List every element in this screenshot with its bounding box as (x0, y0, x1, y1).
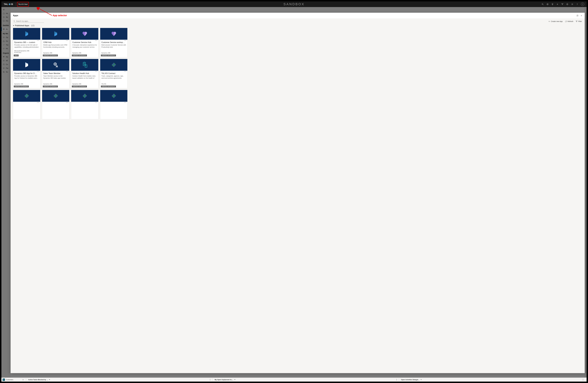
svg-marker-67 (112, 94, 114, 96)
card-menu-button[interactable]: ••• (42, 102, 69, 103)
refresh-button[interactable]: Refresh (565, 20, 573, 22)
app-card[interactable]: ••• (71, 90, 98, 119)
brand-logo: TAL IS (4, 3, 13, 5)
app-card[interactable]: •••CRM HubMobile app that provides core … (42, 28, 69, 57)
app-card[interactable]: •••Dynamics 365 App for O…Provides acces… (13, 59, 40, 88)
search-input[interactable] (16, 20, 44, 22)
app-selector[interactable]: TALXIS Start (18, 2, 28, 6)
popout-icon[interactable] (576, 15, 578, 17)
create-new-app-button[interactable]: Create new App (548, 20, 563, 22)
footer-view-item[interactable]: Open Activities Delegat… (401, 379, 583, 381)
funnel-icon[interactable] (561, 3, 564, 5)
annotation-label: App selector (53, 14, 67, 17)
card-description (13, 104, 40, 108)
top-navbar: TAL IS TALXIS Start SANDBOX # (1, 1, 587, 7)
card-publisher (13, 118, 40, 119)
card-menu-button[interactable]: ••• (13, 40, 40, 41)
card-hero (100, 59, 127, 71)
ellipsis-icon: ••• (95, 102, 97, 103)
card-menu-button[interactable]: ••• (71, 40, 98, 41)
kebab-icon[interactable] (583, 379, 583, 381)
card-menu-button[interactable]: ••• (13, 71, 40, 72)
app-card[interactable]: ••• (13, 90, 40, 119)
card-publisher: Dynamics 365 (13, 82, 40, 85)
apps-grid-scroll[interactable]: •••Dynamics 365 — customProvides access … (11, 28, 585, 373)
brand-post: IS (11, 3, 13, 5)
section-count: (12) (31, 24, 34, 27)
svg-marker-50 (27, 94, 29, 96)
footer-view-item[interactable]: My Open Unplanned Ac… (215, 379, 397, 381)
gear-icon[interactable] (571, 3, 573, 5)
card-menu-button[interactable]: ••• (71, 102, 98, 103)
refresh-icon (565, 20, 567, 22)
panel-title: Apps (13, 14, 18, 17)
app-card[interactable]: •••Customer Service worksp…Multi-session… (100, 28, 127, 57)
footer-view-item[interactable]: Active Tasks Blocked by … (28, 379, 210, 381)
app-card[interactable]: ••• (42, 90, 69, 119)
card-badge: UNIFIED INTERFACE (101, 55, 116, 57)
search-icon[interactable] (542, 3, 544, 5)
card-badge: UNIFIED INTERFACE (43, 55, 58, 57)
svg-marker-65 (114, 94, 116, 96)
chevron-down-icon (13, 25, 14, 26)
card-menu-button[interactable]: ••• (13, 102, 40, 103)
task-check-icon[interactable] (546, 3, 549, 5)
svg-rect-43 (85, 65, 87, 67)
app-card[interactable]: ••• (100, 90, 127, 119)
user-avatar[interactable]: # (581, 2, 584, 6)
card-menu-button[interactable]: ••• (100, 40, 127, 41)
card-badge: UNIFIED INTERFACE (14, 86, 29, 87)
card-description: Provides access to Dynamics 365 App for … (13, 75, 40, 79)
plus-icon (548, 20, 550, 22)
help-icon[interactable] (576, 3, 578, 5)
footer-divider (585, 378, 586, 381)
card-menu-button[interactable]: ••• (100, 71, 127, 72)
app-card[interactable]: •••TALXIS ContractTrack, categorize, app… (100, 59, 127, 88)
card-description: A focused, interactive experience for ma… (71, 44, 98, 48)
search-input-wrap[interactable] (13, 20, 44, 23)
ellipsis-icon: ••• (95, 71, 97, 72)
card-description: Mobile app that provides core CRM functi… (42, 44, 69, 48)
card-hero (71, 28, 98, 40)
card-menu-button[interactable]: ••• (42, 40, 69, 41)
app-card[interactable]: •••Customer Service HubA focused, intera… (71, 28, 98, 57)
environment-label: SANDBOX (284, 2, 305, 6)
card-hero (13, 90, 40, 102)
svg-line-3 (543, 4, 544, 5)
app-card[interactable]: •••Solution Health HubSolution Health Hu… (71, 59, 98, 88)
card-publisher: Dynamics 365 (71, 82, 98, 85)
apps-panel: Apps Create new App Refresh (11, 13, 585, 373)
ellipsis-icon: ••• (37, 102, 39, 103)
close-icon[interactable] (581, 15, 582, 17)
svg-marker-66 (112, 96, 114, 98)
section-header[interactable]: Published Apps (12) (11, 23, 585, 28)
card-publisher (100, 118, 127, 119)
svg-point-36 (14, 20, 15, 21)
card-badge: UNIFIED INTERFACE (72, 55, 87, 57)
kebab-icon[interactable] (210, 379, 210, 381)
create-label: Create new App (551, 20, 563, 22)
app-selector-label: TALXIS Start (18, 3, 28, 5)
app-card[interactable]: •••Dynamics 365 — customProvides access … (13, 28, 40, 57)
card-menu-button[interactable]: ••• (100, 102, 127, 103)
card-hero (71, 59, 98, 71)
svg-marker-56 (54, 96, 56, 98)
app-card[interactable]: •••Sales Team MemberTeam Member access t… (42, 59, 69, 88)
panel-toolbar: Create new App Refresh Filter (11, 19, 585, 23)
card-title: TALXIS Contract (100, 72, 127, 75)
svg-marker-47 (112, 63, 114, 65)
svg-marker-60 (85, 94, 87, 96)
footer-area-selector[interactable]: C Customers (2, 379, 24, 381)
card-publisher: Dynamics 365 (42, 82, 69, 85)
kebab-icon[interactable] (397, 379, 397, 381)
svg-point-2 (542, 3, 543, 5)
card-menu-button[interactable]: ••• (71, 71, 98, 72)
plus-icon[interactable] (556, 3, 559, 5)
filter-button[interactable]: Filter (576, 20, 582, 22)
card-menu-button[interactable]: ••• (42, 71, 69, 72)
ellipsis-icon: ••• (66, 71, 68, 72)
svg-marker-62 (83, 94, 85, 96)
bulb-icon[interactable] (551, 3, 554, 5)
bell-icon[interactable] (566, 3, 568, 5)
chevron-down-icon (420, 379, 422, 380)
